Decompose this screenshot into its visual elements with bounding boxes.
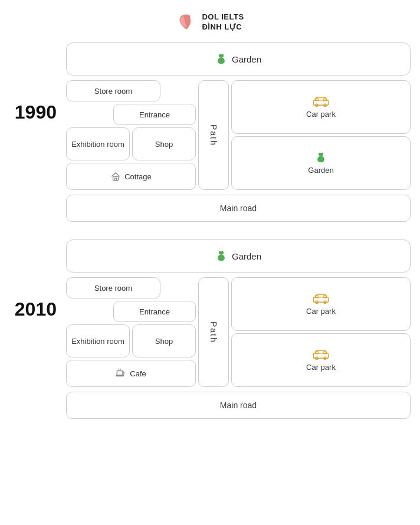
logo-text: DOL IELTS ĐÌNH LỰC (202, 12, 244, 32)
cottage-house-icon (110, 171, 121, 182)
store-room-1990: Store room (66, 80, 160, 101)
exhibition-room-2010: Exhibition room (66, 324, 130, 357)
main-road-2010: Main road (66, 392, 411, 419)
shop-1990: Shop (132, 127, 196, 160)
apple-icon-1990-top (215, 53, 227, 65)
main-road-1990: Main road (66, 195, 411, 222)
exhibition-room-1990: Exhibition room (66, 127, 130, 160)
path-2010: Path (198, 277, 229, 387)
car-park-2010-top: Car park (231, 277, 411, 331)
exhibition-shop-row-2010: Exhibition room Shop (66, 324, 196, 357)
diagram-2010-row: 2010 Garden Store room (9, 239, 411, 419)
store-room-2010: Store room (66, 277, 160, 298)
car-park-2010-bottom: Car park (231, 333, 411, 387)
header: DOL IELTS ĐÌNH LỰC (176, 0, 244, 42)
garden-top-1990: Garden (66, 42, 411, 76)
car-icon-2010-bottom (313, 349, 329, 360)
path-1990: Path (198, 80, 229, 190)
diagram-2010: Garden Store room Entrance (66, 239, 411, 419)
middle-1990: Store room Entrance Exhibition room (66, 80, 411, 190)
middle-2010: Store room Entrance Exhibition room (66, 277, 411, 387)
garden-top-2010: Garden (66, 239, 411, 273)
garden-label-2010-top: Garden (232, 251, 261, 261)
exhibition-shop-row-1990: Exhibition room Shop (66, 127, 196, 160)
diagram-1990-row: 1990 Garden Store room (9, 42, 411, 222)
car-icon-2010-top (313, 293, 329, 304)
cafe-2010: Cafe (66, 360, 196, 387)
diagram-1990: Garden Store room Entrance (66, 42, 411, 222)
garden-right-1990: Garden (231, 136, 411, 190)
diagrams-container: 1990 Garden Store room (9, 42, 411, 437)
apple-icon-2010-top (215, 250, 227, 262)
entrance-1990: Entrance (113, 104, 196, 125)
year-2010: 2010 (9, 239, 57, 320)
left-col-2010: Store room Entrance Exhibition room (66, 277, 196, 387)
right-col-1990: Car park Garden (231, 80, 411, 190)
car-icon-1990-top (313, 96, 329, 107)
left-col-1990: Store room Entrance Exhibition room (66, 80, 196, 190)
cottage-1990: Cottage (66, 163, 196, 190)
right-col-2010: Car park Car park (231, 277, 411, 387)
year-1990: 1990 (9, 42, 57, 123)
garden-label-1990-top: Garden (232, 54, 261, 64)
car-park-1990-top: Car park (231, 80, 411, 134)
svg-rect-8 (116, 375, 124, 376)
svg-rect-7 (117, 371, 123, 376)
apple-icon-1990-right (315, 152, 327, 163)
dol-logo-icon (176, 12, 197, 33)
entrance-2010: Entrance (113, 301, 196, 322)
shop-2010: Shop (132, 324, 196, 357)
coffee-icon-2010 (116, 368, 126, 379)
